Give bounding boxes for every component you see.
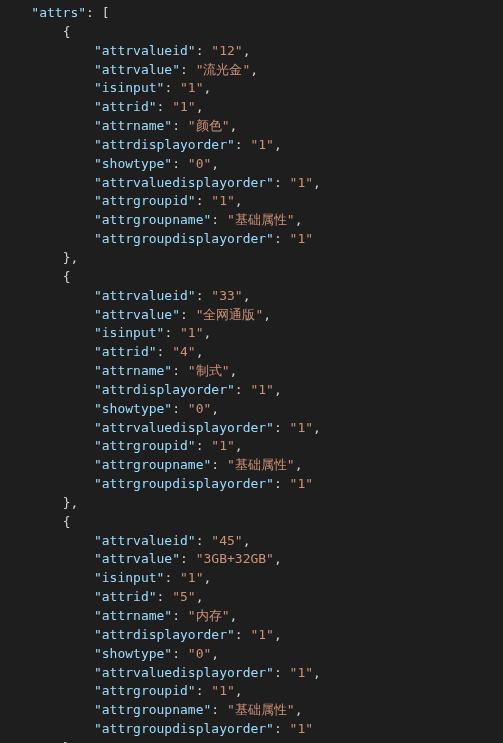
code-line: {: [0, 268, 503, 287]
code-line: "attrvaluedisplayorder": "1",: [0, 419, 503, 438]
code-line: "showtype": "0",: [0, 645, 503, 664]
code-line: "attrgroupid": "1",: [0, 682, 503, 701]
code-line: "isinput": "1",: [0, 569, 503, 588]
code-line: "attrname": "内存",: [0, 607, 503, 626]
code-line: "attrdisplayorder": "1",: [0, 381, 503, 400]
code-line: "attrname": "制式",: [0, 362, 503, 381]
code-line: "attrgroupdisplayorder": "1": [0, 475, 503, 494]
code-line: "attrgroupdisplayorder": "1": [0, 230, 503, 249]
code-line: "attrgroupname": "基础属性",: [0, 456, 503, 475]
code-line: "attrvalueid": "45",: [0, 532, 503, 551]
code-line: }: [0, 739, 503, 743]
code-line: "attrvalue": "3GB+32GB",: [0, 550, 503, 569]
code-line: "attrgroupdisplayorder": "1": [0, 720, 503, 739]
code-line: "attrgroupname": "基础属性",: [0, 701, 503, 720]
code-line: "showtype": "0",: [0, 400, 503, 419]
code-line: "attrvalue": "全网通版",: [0, 306, 503, 325]
code-line: "attrvalueid": "12",: [0, 42, 503, 61]
code-line: },: [0, 249, 503, 268]
code-line: "isinput": "1",: [0, 324, 503, 343]
code-line: "attrdisplayorder": "1",: [0, 136, 503, 155]
code-line: },: [0, 494, 503, 513]
code-line: "attrid": "5",: [0, 588, 503, 607]
code-line: "attrgroupid": "1",: [0, 437, 503, 456]
code-line: "attrname": "颜色",: [0, 117, 503, 136]
code-line: "showtype": "0",: [0, 155, 503, 174]
code-line: "attrvaluedisplayorder": "1",: [0, 174, 503, 193]
code-line: {: [0, 23, 503, 42]
code-line: "attrvalue": "流光金",: [0, 61, 503, 80]
json-code-block: "attrs": [ { "attrvalueid": "12", "attrv…: [0, 0, 503, 743]
code-line: "attrs": [: [0, 4, 503, 23]
code-line: "attrvaluedisplayorder": "1",: [0, 664, 503, 683]
code-line: "attrid": "1",: [0, 98, 503, 117]
code-line: "attrid": "4",: [0, 343, 503, 362]
code-line: "attrvalueid": "33",: [0, 287, 503, 306]
code-line: "attrgroupname": "基础属性",: [0, 211, 503, 230]
code-line: "attrgroupid": "1",: [0, 192, 503, 211]
code-line: {: [0, 513, 503, 532]
code-line: "isinput": "1",: [0, 79, 503, 98]
code-line: "attrdisplayorder": "1",: [0, 626, 503, 645]
